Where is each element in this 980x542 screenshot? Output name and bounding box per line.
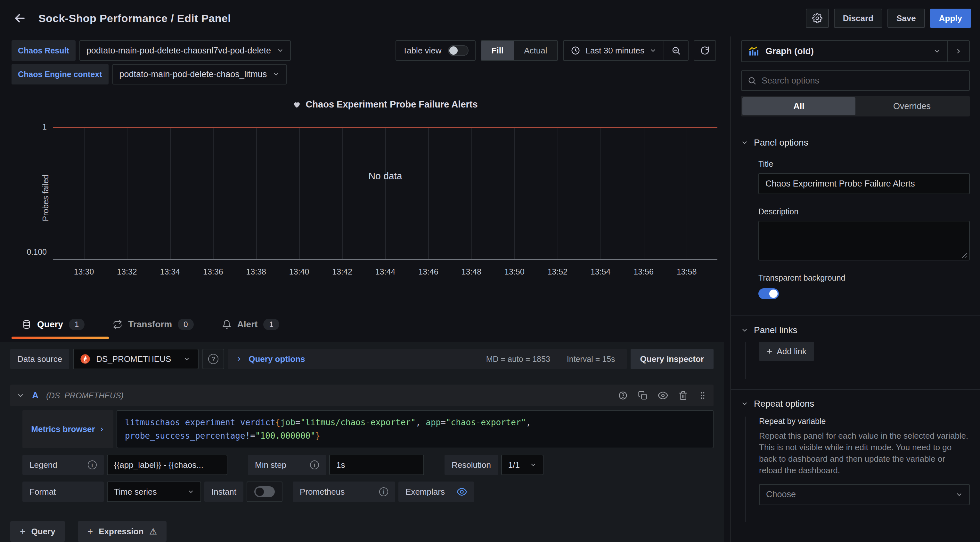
query-ref-id: A	[32, 390, 38, 401]
query-tabs-bar: Query 1 Transform 0 Alert 1	[0, 308, 724, 341]
datasource-name: DS_PROMETHEUS	[96, 354, 171, 364]
variable-chaos-result: Chaos Result podtato-main-pod-delete-cha…	[11, 40, 291, 61]
variable-value-dropdown[interactable]: podtato-main-pod-delete-chaos_litmus	[112, 64, 287, 84]
panel-title-input[interactable]	[758, 173, 970, 194]
add-expression-button[interactable]: + Expression ⚠	[78, 521, 167, 542]
gridline: 13:46	[428, 127, 429, 260]
legend-input-field[interactable]	[114, 460, 220, 470]
section-panel-options[interactable]: Panel options	[741, 138, 970, 148]
exemplars-box: Exemplars	[398, 482, 474, 502]
instant-toggle[interactable]	[254, 487, 275, 497]
query-row-header[interactable]: A (DS_PROMETHEUS)	[10, 385, 714, 406]
section-label: Panel options	[754, 138, 808, 148]
time-range-picker[interactable]: Last 30 minutes	[564, 41, 663, 60]
promql-editor-row: Metrics browser litmuschaos_experiment_v…	[22, 410, 714, 448]
clock-icon	[571, 46, 580, 55]
visualization-current[interactable]: Graph (old)	[742, 41, 947, 62]
chevron-down-icon	[277, 47, 284, 54]
metrics-browser-button[interactable]: Metrics browser	[22, 410, 113, 448]
repeat-description: Repeat this panel for each value in the …	[759, 430, 970, 476]
time-controls: Last 30 minutes	[563, 40, 689, 61]
panel-options-body: Title Description Transparent background	[745, 159, 970, 301]
gridline: 13:40	[299, 127, 300, 260]
chevron-down-icon	[530, 462, 536, 468]
discard-button[interactable]: Discard	[834, 9, 882, 28]
add-link-button[interactable]: + Add link	[759, 342, 814, 361]
chevron-down-icon	[933, 48, 941, 55]
help-circle-icon[interactable]	[618, 391, 628, 400]
options-search[interactable]	[741, 70, 970, 91]
legend-options-row: Legend i Min step i Resolution	[22, 455, 714, 475]
drag-handle-icon[interactable]	[698, 391, 707, 400]
datasource-picker[interactable]: DS_PROMETHEUS	[73, 349, 199, 369]
query-inspector-button[interactable]: Query inspector	[631, 349, 714, 369]
x-tick-label: 13:32	[117, 267, 137, 276]
x-tick-label: 13:56	[633, 267, 654, 276]
repeat-variable-select[interactable]: Choose	[759, 484, 970, 505]
fill-segment[interactable]: Fill	[481, 41, 514, 60]
section-panel-links[interactable]: Panel links	[741, 325, 970, 335]
table-view-toggle[interactable]	[448, 45, 469, 56]
back-arrow-icon[interactable]	[9, 7, 31, 29]
x-tick-label: 13:54	[590, 267, 611, 276]
x-tick-label: 13:40	[289, 267, 309, 276]
instant-label: Instant	[212, 487, 236, 497]
tab-all[interactable]: All	[742, 97, 856, 115]
min-step-input[interactable]	[329, 455, 424, 475]
format-dropdown[interactable]: Time series	[107, 482, 201, 502]
visualization-picker[interactable]: Graph (old)	[741, 40, 970, 62]
eye-icon[interactable]	[658, 390, 668, 401]
tab-overrides[interactable]: Overrides	[856, 97, 969, 115]
tab-query[interactable]: Query 1	[22, 308, 84, 341]
table-view-control[interactable]: Table view	[396, 40, 475, 61]
panel-title-input-field[interactable]	[765, 179, 963, 189]
chevron-down-icon	[741, 400, 748, 407]
legend-input[interactable]	[107, 455, 228, 475]
apply-button[interactable]: Apply	[930, 9, 971, 28]
add-query-button[interactable]: + Query	[10, 521, 65, 542]
datasource-help-button[interactable]: ?	[202, 349, 224, 369]
chevron-down-icon	[649, 47, 657, 54]
min-step-input-field[interactable]	[336, 460, 417, 470]
resolution-dropdown[interactable]: 1/1	[501, 455, 544, 475]
x-tick-label: 13:44	[375, 267, 396, 276]
options-filter-tabs: All Overrides	[741, 96, 970, 116]
promql-code[interactable]: litmuschaos_experiment_verdict{job="litm…	[116, 410, 714, 448]
gridline: 13:34	[170, 127, 171, 260]
chart-plot-area[interactable]: Probes failed 1 0.100 13:3013:3213:3413:…	[53, 127, 718, 260]
database-icon	[22, 320, 31, 329]
panel-description-textarea[interactable]	[758, 221, 970, 260]
zoom-out-icon	[671, 46, 681, 55]
trash-icon[interactable]	[678, 391, 688, 400]
variable-value-dropdown[interactable]: podtato-main-pod-delete-chaosnl7vd-pod-d…	[80, 40, 291, 61]
gridline: 13:42	[342, 127, 343, 260]
duplicate-icon[interactable]	[638, 391, 648, 400]
query-options-strip: Query options MD = auto = 1853 Interval …	[228, 349, 627, 369]
transparent-background-toggle[interactable]	[758, 288, 779, 299]
section-display[interactable]: Display	[741, 541, 970, 542]
options-search-input[interactable]	[762, 76, 963, 86]
zoom-out-button[interactable]	[663, 41, 688, 60]
variable-value: podtato-main-pod-delete-chaos_litmus	[119, 70, 267, 79]
tab-transform[interactable]: Transform 0	[113, 308, 193, 341]
actual-segment[interactable]: Actual	[514, 41, 557, 60]
section-label: Display	[754, 541, 783, 542]
panel-settings-button[interactable]	[806, 9, 829, 28]
chevron-down-icon	[188, 488, 194, 495]
section-repeat-options[interactable]: Repeat options	[741, 399, 970, 409]
add-link-label: Add link	[777, 347, 807, 357]
chevron-down-icon	[956, 491, 963, 498]
variable-chaos-engine-context: Chaos Engine context podtato-main-pod-de…	[11, 64, 286, 84]
toggle-viz-picker-button[interactable]	[947, 41, 969, 62]
save-button[interactable]: Save	[888, 9, 925, 28]
tab-alert[interactable]: Alert 1	[222, 308, 279, 341]
grafana-edit-panel: Sock-Shop Performance / Edit Panel Disca…	[0, 0, 980, 542]
query-options-expander[interactable]: Query options	[236, 354, 305, 364]
metrics-browser-label: Metrics browser	[31, 424, 95, 434]
help-icon: ?	[208, 354, 218, 364]
exemplars-eye-icon[interactable]	[457, 487, 467, 497]
refresh-button[interactable]	[694, 40, 716, 61]
chevron-right-icon	[955, 48, 962, 55]
search-icon	[748, 76, 756, 85]
x-tick-label: 13:38	[246, 267, 266, 276]
